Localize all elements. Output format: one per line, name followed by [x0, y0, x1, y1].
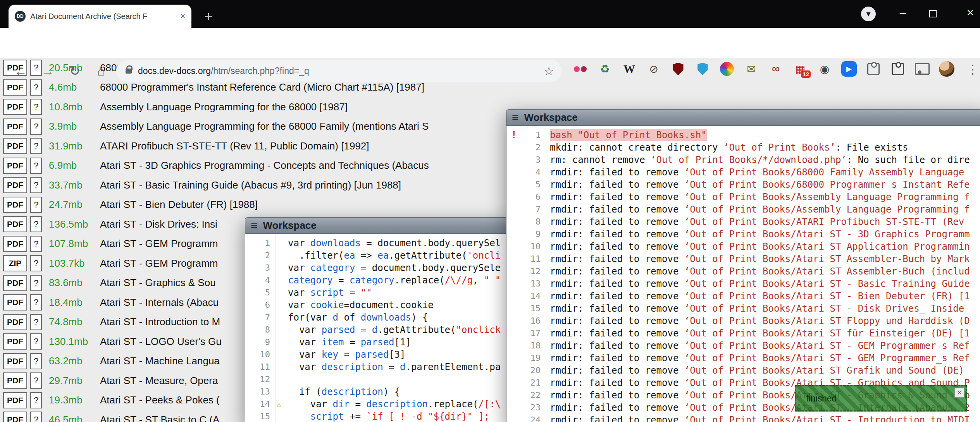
file-type-badge[interactable]: ZIP [3, 255, 27, 271]
file-type-badge[interactable]: PDF [3, 333, 27, 350]
blue-shield-icon[interactable] [695, 61, 710, 77]
notifications-icon[interactable]: ▦12 [792, 61, 808, 77]
code-text: var dir = description.replace(/[:\ [288, 398, 501, 410]
file-type-badge[interactable]: PDF [3, 158, 27, 174]
document-title-link[interactable]: Atari ST - Internals (Abacu [100, 297, 219, 309]
ublock-shield-icon[interactable] [670, 61, 686, 77]
document-title-link[interactable]: Assembly Language Programming for the 68… [100, 101, 348, 113]
wikipedia-icon[interactable]: W [622, 61, 637, 77]
help-link[interactable]: ? [30, 118, 42, 135]
aperture-icon[interactable]: ◉ [817, 61, 832, 77]
bookmark-star-icon[interactable]: ☆ [544, 64, 554, 78]
line-number: 11 [245, 361, 270, 373]
help-link[interactable]: ? [30, 392, 42, 408]
browser-tab[interactable]: DD Atari Document Archive (Search F × [9, 5, 191, 28]
help-link[interactable]: ? [30, 177, 42, 193]
text-segment: rmdir: failed to remove [550, 216, 684, 227]
document-title-link[interactable]: Atari ST - Basic Training Guide (Abacus … [100, 179, 401, 191]
forward-button[interactable]: → [39, 62, 57, 80]
document-title-link[interactable]: Atari ST - ST Basic to C (A [100, 414, 219, 422]
document-title-link[interactable]: Atari ST - GEM Programm [100, 257, 218, 269]
document-title-link[interactable]: Atari ST - 3D Graphics Programming - Con… [100, 160, 429, 172]
url-text[interactable]: docs.dev-docs.org/htm/search.php?find=_q [138, 66, 309, 76]
help-link[interactable]: ? [30, 197, 42, 213]
help-link[interactable]: ? [30, 99, 42, 115]
help-link[interactable]: ? [30, 255, 42, 271]
puzzle-dark-icon[interactable] [890, 61, 906, 77]
help-link[interactable]: ? [30, 333, 42, 350]
file-type-badge[interactable]: PDF [3, 138, 27, 154]
text-segment: += [344, 411, 367, 422]
help-link[interactable]: ? [30, 236, 42, 252]
help-link[interactable]: ? [30, 412, 42, 422]
tab-close-icon[interactable]: × [180, 11, 185, 21]
cast-icon[interactable] [915, 61, 930, 77]
video-call-icon[interactable]: ▶ [841, 61, 857, 77]
document-title-link[interactable]: Atari ST - GEM Programm [100, 238, 218, 250]
minimize-button[interactable]: – [894, 6, 911, 22]
terminal-window-titlebar[interactable]: ≡ Workspace [506, 110, 980, 126]
help-link[interactable]: ? [30, 79, 42, 96]
content-blocker-icon[interactable]: ⊘ [646, 61, 661, 77]
document-title-link[interactable]: Atari ST - Machine Langua [100, 355, 220, 367]
help-link[interactable]: ? [30, 372, 42, 389]
window-menu-icon[interactable]: ≡ [512, 112, 519, 124]
file-type-badge[interactable]: PDF [3, 236, 27, 252]
new-tab-button[interactable]: + [200, 9, 217, 26]
address-bar[interactable]: docs.dev-docs.org/htm/search.php?find=_q… [116, 60, 562, 82]
document-title-link[interactable]: 68000 Programmer's Instant Reference Car… [100, 81, 424, 93]
code-editor-body[interactable]: 1var downloads = document.body.querySel2… [245, 234, 513, 422]
maximize-button[interactable] [929, 10, 937, 17]
file-type-badge[interactable]: PDF [3, 294, 27, 310]
file-type-badge[interactable]: PDF [3, 372, 27, 389]
file-type-badge[interactable]: PDF [3, 197, 27, 213]
file-type-badge[interactable]: PDF [3, 216, 27, 232]
profile-avatar[interactable] [939, 61, 954, 77]
file-type-badge[interactable]: PDF [3, 314, 27, 330]
document-title-link[interactable]: Atari ST - Bien Debuter (FR) [1988] [100, 199, 258, 211]
code-line: 4category = category.replace(/\//g, " " [245, 274, 513, 286]
window-menu-icon[interactable]: ≡ [251, 220, 258, 232]
document-title-link[interactable]: Atari ST - Peeks & Pokes ( [100, 394, 220, 406]
file-type-badge[interactable]: PDF [3, 79, 27, 96]
file-type-badge[interactable]: PDF [3, 99, 27, 115]
help-link[interactable]: ? [30, 294, 42, 310]
document-title-link[interactable]: Assembly Language Programming for the 68… [100, 120, 429, 132]
mail-icon[interactable]: ✉ [744, 61, 759, 77]
home-button[interactable]: ⌂ [92, 62, 110, 80]
close-window-button[interactable]: × [962, 5, 979, 22]
code-window-titlebar[interactable]: ≡ Workspace [245, 218, 513, 234]
help-link[interactable]: ? [30, 158, 42, 174]
file-type-badge[interactable]: PDF [3, 275, 27, 291]
help-link[interactable]: ? [30, 138, 42, 154]
help-link[interactable]: ? [30, 314, 42, 330]
help-link[interactable]: ? [30, 216, 42, 232]
reload-button[interactable]: ↻ [66, 62, 84, 80]
file-type-badge[interactable]: PDF [3, 353, 27, 369]
help-link[interactable]: ? [30, 353, 42, 369]
recycle-icon[interactable]: ♻ [597, 61, 613, 77]
gutter-space [270, 274, 288, 286]
file-type-badge[interactable]: PDF [3, 412, 27, 422]
notification-close-icon[interactable]: × [954, 388, 964, 398]
document-title-link[interactable]: Atari ST - Measure, Opera [100, 375, 218, 387]
document-title-link[interactable]: Atari ST - Disk Drives: Insi [100, 218, 217, 230]
browser-menu-icon[interactable]: ⋮ [966, 62, 979, 77]
back-button[interactable]: ← [12, 62, 29, 80]
file-type-badge[interactable]: PDF [3, 177, 27, 193]
color-wheel-icon[interactable] [719, 61, 735, 77]
terminal-body[interactable]: !1bash "Out of Print Books.sh"2mkdir: ca… [506, 126, 980, 422]
document-title-link[interactable]: Atari ST - Introduction to M [100, 316, 220, 328]
file-type-badge[interactable]: PDF [3, 392, 27, 408]
gutter-space [506, 240, 520, 253]
puzzle-icon[interactable] [866, 61, 881, 77]
gutter-space [270, 324, 288, 336]
document-title-link[interactable]: ATARI Profibuch ST-STE-TT (Rev 11, Publi… [100, 140, 369, 152]
document-title-link[interactable]: Atari ST - LOGO User's Gu [100, 336, 222, 348]
file-type-badge[interactable]: PDF [3, 118, 27, 135]
document-title-link[interactable]: Atari ST - Graphics & Sou [100, 277, 216, 289]
update-chevron-icon[interactable]: ▾ [861, 7, 876, 21]
binoculars-icon[interactable]: ∞ [768, 61, 784, 77]
photo-dots-icon[interactable] [573, 61, 588, 77]
help-link[interactable]: ? [30, 275, 42, 291]
